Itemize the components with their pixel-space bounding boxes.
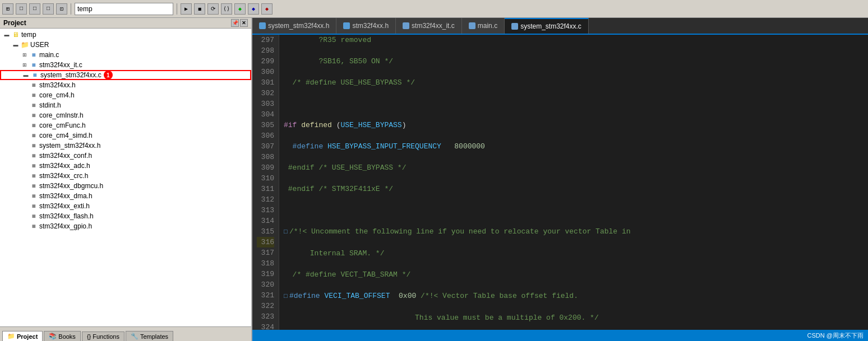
tree-item-stm32f4xx-it[interactable]: ⊞ ■ stm32f4xx_it.c	[0, 60, 251, 70]
tree-label-stm32f4xx-exti-h: stm32f4xx_exti.h	[39, 202, 90, 210]
tree-item-user[interactable]: ▬ 📁 USER	[0, 40, 251, 50]
tab-label-system-stm32f4xx-h: system_stm32f4xx.h	[268, 22, 329, 30]
tree-label-core-cmfunc-h: core_cmFunc.h	[39, 122, 86, 129]
tree-toggle-system-stm32f4xx[interactable]: ▬	[21, 71, 30, 80]
tree-label-system-stm32f4xx: system_stm32f4xx.c	[40, 71, 101, 79]
tree-item-stm32f4xx-conf-h[interactable]: ■ stm32f4xx_conf.h	[0, 151, 251, 161]
tab-project-label: Project	[17, 333, 38, 340]
toolbar-build-icon[interactable]: ▶	[181, 3, 192, 15]
tree-item-core-cm4-h[interactable]: ■ core_cm4.h	[0, 90, 251, 100]
tree-toggle-stm32f4xx-it[interactable]: ⊞	[20, 60, 29, 69]
tab-stm32f4xx-h[interactable]: stm32f4xx.h	[336, 18, 396, 34]
toolbar-icon-2[interactable]: □	[16, 3, 27, 15]
tree-item-core-cmfunc-h[interactable]: ■ core_cmFunc.h	[0, 120, 251, 130]
tab-system-stm32f4xx-c[interactable]: system_stm32f4xx.c	[505, 18, 589, 34]
tree-item-stm32f4xx-dbgmcu-h[interactable]: ■ stm32f4xx_dbgmcu.h	[0, 181, 251, 191]
toolbar-separator-2	[177, 3, 177, 15]
tree-item-temp[interactable]: ▬ 🖥 temp	[0, 30, 251, 40]
file-icon-stm32f4xx-conf-h: ■	[29, 151, 38, 160]
tab-label-system-stm32f4xx-c: system_stm32f4xx.c	[520, 22, 581, 30]
tab-functions[interactable]: {} Functions	[82, 331, 124, 341]
code-area[interactable]: 297 298 299 300 301 302 303 304 305 306 …	[252, 35, 868, 330]
tree-label-core-cm4-h: core_cm4.h	[39, 91, 75, 99]
main-area: Project 📌 ✕ ▬ 🖥 temp ▬ 📁 USER ⊞ ■	[0, 18, 868, 341]
tree-item-stdint-h[interactable]: ■ stdint.h	[0, 100, 251, 110]
tree-label-stm32f4xx-dbgmcu-h: stm32f4xx_dbgmcu.h	[39, 182, 103, 190]
project-panel-header: Project 📌 ✕	[0, 18, 251, 29]
tab-books-icon: 📚	[49, 333, 57, 340]
project-bottom-tabs: 📁 Project 📚 Books {} Functions 🔧 Templat…	[0, 326, 251, 341]
code-content[interactable]: ?R35 removed ?SB16, SB50 ON */ /* #defin…	[279, 35, 868, 330]
panel-pin-btn[interactable]: 📌	[231, 19, 239, 27]
tab-templates[interactable]: 🔧 Templates	[126, 331, 173, 341]
tab-stm32f4xx-it-c[interactable]: stm32f4xx_it.c	[396, 18, 462, 34]
panel-close-btn[interactable]: ✕	[240, 19, 248, 27]
tab-icon-stm32f4xx-it-c	[403, 22, 409, 29]
tree-item-main-c[interactable]: ⊞ ■ main.c	[0, 50, 251, 60]
file-icon-system-stm32f4xx-h: ■	[29, 141, 38, 150]
tab-main-c[interactable]: main.c	[462, 18, 505, 34]
tab-icon-stm32f4xx-h	[343, 22, 350, 29]
toolbar-stop-icon[interactable]: ◼	[194, 3, 205, 15]
tree-label-stm32f4xx-conf-h: stm32f4xx_conf.h	[39, 152, 92, 160]
tree-item-system-stm32f4xx[interactable]: ▬ ■ system_stm32f4xx.c 1	[0, 70, 251, 80]
tab-templates-label: Templates	[140, 333, 168, 340]
tab-functions-label: Functions	[93, 333, 119, 340]
file-icon-stm32f4xx-flash-h: ■	[29, 212, 38, 221]
tree-item-stm32f4xx-crc-h[interactable]: ■ stm32f4xx_crc.h	[0, 171, 251, 181]
tab-system-stm32f4xx-h[interactable]: system_stm32f4xx.h	[252, 18, 336, 34]
tree-label-stm32f4xx-dma-h: stm32f4xx_dma.h	[39, 192, 93, 200]
tree-toggle-user[interactable]: ▬	[11, 40, 20, 49]
toolbar-icon-1[interactable]: ⊞	[2, 3, 13, 15]
tree-label-main-c: main.c	[39, 51, 59, 59]
toolbar-icon-4[interactable]: □	[43, 3, 54, 15]
file-icon-stm32f4xx-it: ■	[29, 60, 38, 69]
tab-label-main-c: main.c	[478, 22, 497, 30]
tree-item-system-stm32f4xx-h[interactable]: ■ system_stm32f4xx.h	[0, 141, 251, 151]
project-panel-title: Project	[3, 19, 26, 27]
file-icon-stm32f4xx-dbgmcu-h: ■	[29, 181, 38, 190]
tree-item-stm32f4xx-h[interactable]: ■ stm32f4xx.h	[0, 80, 251, 90]
tree-item-stm32f4xx-adc-h[interactable]: ■ stm32f4xx_adc.h	[0, 161, 251, 171]
tree-toggle-temp[interactable]: ▬	[2, 30, 11, 39]
file-icon-stdint-h: ■	[29, 101, 38, 110]
editor-panel: system_stm32f4xx.h stm32f4xx.h stm32f4xx…	[252, 18, 868, 341]
toolbar-icon-3[interactable]: □	[29, 3, 40, 15]
tree-label-stm32f4xx-gpio-h: stm32f4xx_gpio.h	[39, 222, 92, 230]
file-icon-system-stm32f4xx: ■	[30, 71, 39, 80]
tab-project[interactable]: 📁 Project	[2, 331, 43, 341]
project-header-icons: 📌 ✕	[231, 19, 248, 27]
tree-item-core-cm4-simd-h[interactable]: ■ core_cm4_simd.h	[0, 130, 251, 141]
toolbar-step-icon[interactable]: ◆	[248, 3, 259, 15]
tree-item-stm32f4xx-exti-h[interactable]: ■ stm32f4xx_exti.h	[0, 201, 251, 211]
tree-label-stm32f4xx-adc-h: stm32f4xx_adc.h	[39, 162, 90, 170]
tab-books[interactable]: 📚 Books	[44, 331, 81, 341]
toolbar-extra-icon[interactable]: ◆	[261, 3, 273, 15]
tree-item-stm32f4xx-flash-h[interactable]: ■ stm32f4xx_flash.h	[0, 211, 251, 221]
toolbar-run-icon[interactable]: ◆	[234, 3, 246, 15]
project-name-input[interactable]	[75, 3, 173, 15]
file-icon-stm32f4xx-gpio-h: ■	[29, 222, 38, 231]
tree-item-core-cminstr-h[interactable]: ■ core_cmInstr.h	[0, 110, 251, 120]
file-icon-main-c: ■	[29, 50, 38, 59]
toolbar-icon-5[interactable]: ⊡	[56, 3, 67, 15]
file-icon-stm32f4xx-h: ■	[29, 81, 38, 90]
tree-label-core-cm4-simd-h: core_cm4_simd.h	[39, 132, 93, 139]
file-icon-core-cm4-h: ■	[29, 91, 38, 100]
tree-label-stm32f4xx-flash-h: stm32f4xx_flash.h	[39, 212, 94, 220]
tree-item-stm32f4xx-gpio-h[interactable]: ■ stm32f4xx_gpio.h	[0, 221, 251, 231]
file-icon-stm32f4xx-crc-h: ■	[29, 171, 38, 180]
toolbar: ⊞ □ □ □ ⊡ ▶ ◼ ⟳ ⟨⟩ ◆ ◆ ◆	[0, 0, 868, 18]
tab-functions-icon: {}	[87, 333, 91, 340]
tab-icon-main-c	[469, 22, 475, 29]
file-icon-stm32f4xx-dma-h: ■	[29, 191, 38, 200]
toolbar-debug-icon[interactable]: ⟨⟩	[221, 3, 232, 15]
tree-item-stm32f4xx-dma-h[interactable]: ■ stm32f4xx_dma.h	[0, 191, 251, 201]
tab-icon-system-stm32f4xx-c	[511, 23, 518, 30]
file-icon-stm32f4xx-adc-h: ■	[29, 161, 38, 170]
tree-toggle-main-c[interactable]: ⊞	[20, 50, 29, 59]
tree-label-core-cminstr-h: core_cmInstr.h	[39, 111, 84, 119]
toolbar-reload-icon[interactable]: ⟳	[207, 3, 219, 15]
tab-label-stm32f4xx-h: stm32f4xx.h	[352, 22, 389, 30]
file-tabs: system_stm32f4xx.h stm32f4xx.h stm32f4xx…	[252, 18, 868, 35]
